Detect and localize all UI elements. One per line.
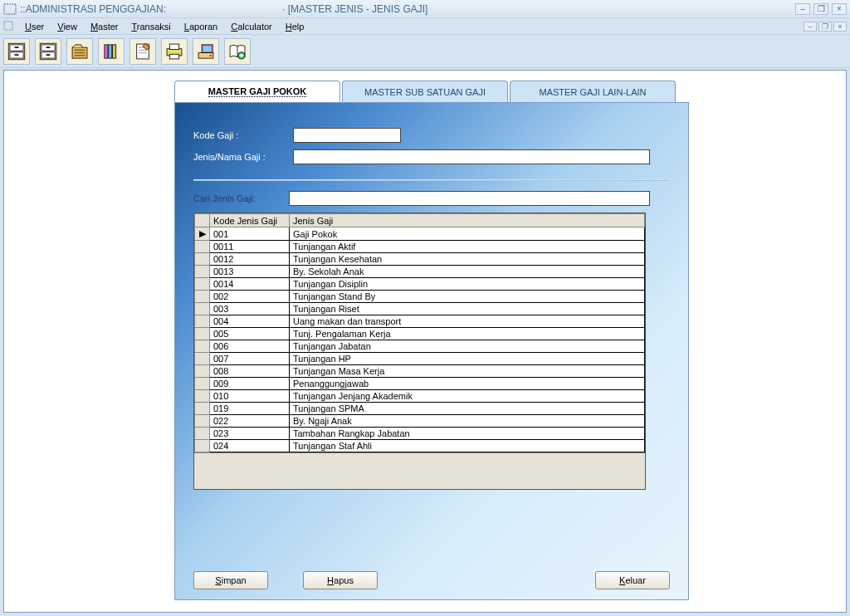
cell-code[interactable]: 001	[210, 227, 290, 241]
table-row[interactable]: 003Tunjangan Riset	[195, 303, 645, 315]
table-row[interactable]: 002Tunjangan Stand By	[195, 291, 645, 303]
table-row[interactable]: 024Tunjangan Staf Ahli	[195, 440, 645, 452]
cell-name[interactable]: Penanggungjawab	[290, 378, 645, 390]
toolbar-cabinet1-icon[interactable]	[3, 38, 30, 65]
cell-code[interactable]: 010	[210, 390, 290, 403]
search-input[interactable]	[289, 191, 650, 206]
grid-col-name[interactable]: Jenis Gaji	[290, 214, 645, 227]
cell-name[interactable]: Tunjangan Jenjang Akademik	[290, 390, 645, 403]
cell-code[interactable]: 006	[210, 340, 290, 353]
child-close-button[interactable]: ×	[833, 22, 847, 32]
row-selector[interactable]	[195, 378, 210, 390]
row-selector[interactable]	[195, 315, 210, 328]
grid-col-code[interactable]: Kode Jenis Gaji	[210, 214, 290, 227]
table-row[interactable]: ▶001Gaji Pokok	[195, 227, 645, 241]
cell-name[interactable]: Tunjangan Riset	[290, 303, 645, 315]
child-minimize-button[interactable]: –	[804, 22, 817, 32]
toolbar-book-icon[interactable]	[224, 38, 251, 65]
minimize-button[interactable]: –	[795, 3, 810, 15]
cell-name[interactable]: Tunjangan Masa Kerja	[290, 365, 645, 378]
cell-code[interactable]: 019	[210, 403, 290, 415]
toolbar-cabinet2-icon[interactable]	[35, 38, 61, 65]
tab-gaji-lain-lain[interactable]: MASTER GAJI LAIN-LAIN	[510, 81, 676, 102]
cell-code[interactable]: 004	[210, 315, 290, 328]
row-selector[interactable]: ▶	[195, 227, 210, 241]
child-restore-button[interactable]: ❐	[818, 22, 832, 32]
tab-gaji-pokok[interactable]: MASTER GAJI POKOK	[174, 81, 340, 102]
row-selector[interactable]	[195, 390, 210, 403]
cell-name[interactable]: Tunjangan Stand By	[290, 291, 645, 303]
cell-code[interactable]: 008	[210, 365, 290, 378]
cell-code[interactable]: 005	[210, 328, 290, 340]
cell-name[interactable]: Tunjangan Aktif	[290, 241, 645, 253]
toolbar-folder-icon[interactable]	[66, 38, 93, 65]
nama-gaji-input[interactable]	[293, 149, 650, 164]
row-selector[interactable]	[195, 415, 210, 428]
table-row[interactable]: 023Tambahan Rangkap Jabatan	[195, 428, 645, 440]
cell-code[interactable]: 022	[210, 415, 290, 428]
toolbar-printer-icon[interactable]	[161, 38, 188, 65]
row-selector[interactable]	[195, 266, 210, 278]
menu-transaksi[interactable]: Transaksi	[125, 20, 178, 33]
hapus-button[interactable]: Hapus	[303, 571, 378, 589]
table-row[interactable]: 006Tunjangan Jabatan	[195, 340, 645, 353]
menu-master[interactable]: Master	[84, 20, 125, 33]
cell-name[interactable]: By. Sekolah Anak	[290, 266, 645, 278]
table-row[interactable]: 004Uang makan dan transport	[195, 315, 645, 328]
row-selector[interactable]	[195, 303, 210, 315]
cell-name[interactable]: Tunjangan SPMA	[290, 403, 645, 415]
toolbar-computer-icon[interactable]	[193, 38, 219, 65]
row-selector[interactable]	[195, 428, 210, 440]
cell-name[interactable]: Tunj. Pengalaman Kerja	[290, 328, 645, 340]
close-button[interactable]: ×	[832, 3, 847, 15]
toolbar-books-icon[interactable]	[98, 38, 125, 65]
cell-code[interactable]: 0014	[210, 278, 290, 291]
cell-code[interactable]: 007	[210, 353, 290, 365]
row-selector[interactable]	[195, 440, 210, 452]
simpan-button[interactable]: Simpan	[193, 571, 268, 589]
row-selector[interactable]	[195, 291, 210, 303]
table-row[interactable]: 010Tunjangan Jenjang Akademik	[195, 390, 645, 403]
table-row[interactable]: 009Penanggungjawab	[195, 378, 645, 390]
row-selector[interactable]	[195, 340, 210, 353]
menu-user[interactable]: User	[18, 20, 51, 33]
cell-name[interactable]: Tambahan Rangkap Jabatan	[290, 428, 645, 440]
grid[interactable]: Kode Jenis Gaji Jenis Gaji ▶001Gaji Poko…	[193, 213, 646, 490]
cell-code[interactable]: 023	[210, 428, 290, 440]
menu-calculator[interactable]: Calculator	[224, 20, 279, 33]
cell-name[interactable]: Tunjangan Disiplin	[290, 278, 645, 291]
cell-code[interactable]: 0013	[210, 266, 290, 278]
cell-code[interactable]: 003	[210, 303, 290, 315]
table-row[interactable]: 005Tunj. Pengalaman Kerja	[195, 328, 645, 340]
menu-laporan[interactable]: Laporan	[178, 20, 224, 33]
table-row[interactable]: 019Tunjangan SPMA	[195, 403, 645, 415]
cell-name[interactable]: Tunjangan Kesehatan	[290, 253, 645, 266]
cell-name[interactable]: By. Ngaji Anak	[290, 415, 645, 428]
table-row[interactable]: 0014Tunjangan Disiplin	[195, 278, 645, 291]
row-selector[interactable]	[195, 253, 210, 266]
row-selector[interactable]	[195, 241, 210, 253]
table-row[interactable]: 007Tunjangan HP	[195, 353, 645, 365]
cell-name[interactable]: Tunjangan Jabatan	[290, 340, 645, 353]
menu-help[interactable]: Help	[279, 20, 311, 33]
tab-sub-satuan-gaji[interactable]: MASTER SUB SATUAN GAJI	[342, 81, 508, 102]
row-selector[interactable]	[195, 328, 210, 340]
keluar-button[interactable]: Keluar	[595, 571, 670, 589]
row-selector[interactable]	[195, 403, 210, 415]
table-row[interactable]: 008Tunjangan Masa Kerja	[195, 365, 645, 378]
table-row[interactable]: 022By. Ngaji Anak	[195, 415, 645, 428]
cell-name[interactable]: Tunjangan Staf Ahli	[290, 440, 645, 452]
table-row[interactable]: 0013By. Sekolah Anak	[195, 266, 645, 278]
row-selector[interactable]	[195, 365, 210, 378]
toolbar-notepad-icon[interactable]	[129, 38, 156, 65]
cell-code[interactable]: 024	[210, 440, 290, 452]
cell-code[interactable]: 002	[210, 291, 290, 303]
table-row[interactable]: 0012Tunjangan Kesehatan	[195, 253, 645, 266]
cell-code[interactable]: 009	[210, 378, 290, 390]
cell-name[interactable]: Gaji Pokok	[290, 227, 645, 241]
cell-code[interactable]: 0012	[210, 253, 290, 266]
kode-gaji-input[interactable]	[293, 128, 401, 143]
cell-code[interactable]: 0011	[210, 241, 290, 253]
menu-view[interactable]: View	[51, 20, 84, 33]
row-selector[interactable]	[195, 353, 210, 365]
